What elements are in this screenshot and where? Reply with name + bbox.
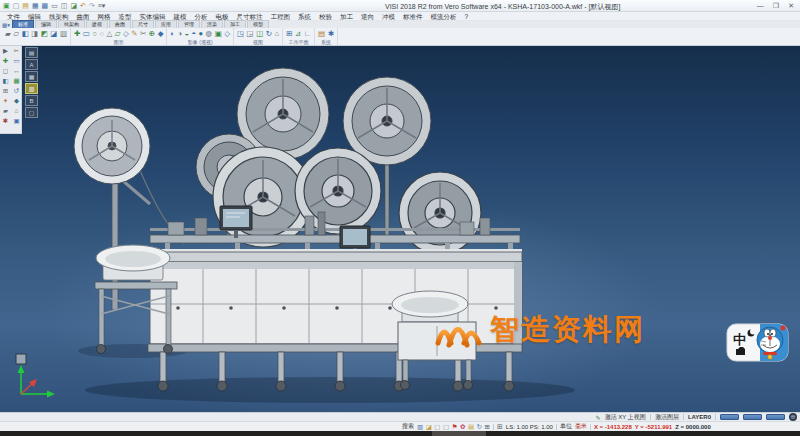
- favorites-icon[interactable]: ✿: [460, 422, 465, 431]
- break-icon[interactable]: ◆: [158, 28, 164, 39]
- trim-tool-icon[interactable]: ✂: [14, 46, 19, 56]
- side-button-1[interactable]: ▤: [25, 47, 38, 58]
- shade-tool-icon[interactable]: ◧: [2, 76, 8, 86]
- workplane-normal-icon[interactable]: ∟: [304, 28, 311, 39]
- menu-item[interactable]: ?: [461, 12, 473, 21]
- rectangle-tool-icon[interactable]: ▭: [13, 56, 19, 66]
- snap-icon[interactable]: ▢: [434, 422, 440, 431]
- profiles-icon[interactable]: ▢: [443, 422, 449, 431]
- layers-tool-icon[interactable]: ▣: [13, 116, 19, 126]
- macro-icon[interactable]: ◪: [426, 422, 432, 431]
- line-icon[interactable]: ▭: [83, 28, 90, 39]
- grid-snap-icon[interactable]: ⊞: [485, 422, 490, 431]
- save-all-icon[interactable]: ▩: [42, 1, 49, 10]
- menu-item[interactable]: 模流分析: [427, 12, 461, 21]
- view-front-icon[interactable]: ◲: [247, 28, 254, 39]
- transparency-icon[interactable]: ◩: [41, 28, 48, 39]
- sketch-line-icon[interactable]: ✚: [3, 56, 8, 66]
- point-tool-icon[interactable]: ✦: [3, 96, 8, 106]
- print-preview-icon[interactable]: ◫: [61, 1, 68, 10]
- trim-icon[interactable]: ✂: [140, 28, 146, 39]
- side-button-5[interactable]: B: [25, 95, 38, 106]
- texture-icon[interactable]: ◪: [50, 28, 57, 39]
- view-rotate-icon[interactable]: ↻: [266, 28, 272, 39]
- menu-item[interactable]: 逆向: [357, 12, 378, 21]
- arc-icon[interactable]: ◌: [99, 28, 103, 39]
- perspective-icon[interactable]: ◓: [192, 28, 197, 39]
- line-style-icon[interactable]: ▰: [5, 28, 11, 39]
- history-icon[interactable]: ↻: [477, 422, 482, 431]
- view-iso-icon[interactable]: ⌂: [275, 28, 280, 39]
- rectangle-icon[interactable]: ▱: [115, 28, 121, 39]
- home-view-icon[interactable]: ⌂: [15, 106, 19, 116]
- workplane-angle-icon[interactable]: ⊿: [295, 28, 301, 39]
- save-icon[interactable]: ▦: [32, 1, 39, 10]
- side-button-6[interactable]: ▢: [25, 107, 38, 118]
- status-blue-button-2[interactable]: [743, 414, 762, 420]
- explode-tool-icon[interactable]: ✱: [3, 116, 8, 126]
- status-blue-button-3[interactable]: [766, 414, 785, 420]
- minimize-button[interactable]: —: [757, 1, 764, 10]
- texture-map-icon[interactable]: ▣: [215, 28, 222, 39]
- layer-name[interactable]: LAYER0: [688, 414, 711, 420]
- transparent-icon[interactable]: ◇: [224, 28, 230, 39]
- color-fill-icon[interactable]: ◧: [22, 28, 29, 39]
- undo-icon[interactable]: ↶: [80, 1, 86, 10]
- side-button-2[interactable]: A: [25, 59, 38, 70]
- shade-mode-icon[interactable]: ◐: [170, 28, 175, 39]
- grid-toggle-icon[interactable]: ⊞: [497, 423, 503, 431]
- plane-tool-icon[interactable]: ▰: [3, 106, 8, 116]
- material-icon[interactable]: ◍: [206, 28, 213, 39]
- move-tool-icon[interactable]: ↔: [13, 66, 20, 76]
- render-icon[interactable]: ●: [199, 28, 204, 39]
- hidden-line-icon[interactable]: ◒: [185, 28, 190, 39]
- wireframe-mode-icon[interactable]: ◑: [177, 28, 182, 39]
- menu-item[interactable]: 冲模: [378, 12, 399, 21]
- edit-icon[interactable]: ✎: [596, 414, 601, 421]
- view-top-icon[interactable]: ◳: [237, 28, 244, 39]
- search-label[interactable]: 搜索: [402, 422, 414, 431]
- redo-icon[interactable]: ↷: [89, 1, 95, 10]
- globe-icon[interactable]: ⊕: [789, 413, 797, 421]
- visi-logo-icon[interactable]: ▣: [3, 1, 10, 10]
- project-icon[interactable]: ⊕: [149, 28, 155, 39]
- system-settings-icon[interactable]: ▤: [318, 28, 325, 39]
- line-width-icon[interactable]: ▱: [13, 28, 19, 39]
- hatch-icon[interactable]: ◨: [31, 28, 38, 39]
- select-icon[interactable]: ▶: [3, 46, 8, 56]
- workplane-xy-icon[interactable]: ⊞: [286, 28, 292, 39]
- grid-tool-icon[interactable]: ⊞: [3, 86, 8, 96]
- menu-item[interactable]: 标准件: [399, 12, 427, 21]
- menu-item[interactable]: 工程图: [267, 12, 295, 21]
- view-side-icon[interactable]: ◫: [256, 28, 263, 39]
- command-log-icon[interactable]: ▥: [417, 422, 423, 431]
- rotate-tool-icon[interactable]: ↺: [14, 86, 19, 96]
- point-icon[interactable]: ✚: [74, 28, 80, 39]
- system-options-icon[interactable]: ✱: [328, 28, 334, 39]
- close-button[interactable]: ✕: [788, 1, 794, 10]
- box-tool-icon[interactable]: ◻: [3, 66, 8, 76]
- mesh-tool-icon[interactable]: ▦: [13, 76, 19, 86]
- print-icon[interactable]: ▭: [51, 1, 58, 10]
- offset-icon[interactable]: ◇: [123, 28, 129, 39]
- customize-dropdown-icon[interactable]: ≡▾: [98, 1, 106, 10]
- palette-icon[interactable]: ▤: [468, 422, 474, 431]
- menu-item[interactable]: 加工: [336, 12, 357, 21]
- layer-box-icon[interactable]: ▥: [60, 28, 67, 39]
- open-file-icon[interactable]: ▤: [22, 1, 29, 10]
- new-file-icon[interactable]: ▢: [13, 1, 20, 10]
- status-blue-button-1[interactable]: [720, 414, 739, 420]
- sketch-icon[interactable]: ✎: [131, 28, 137, 39]
- maximize-button[interactable]: ❐: [773, 1, 779, 10]
- diamond-tool-icon[interactable]: ◆: [14, 96, 19, 106]
- 3d-viewport[interactable]: ▤A▦▥B▢ 智造资料网: [0, 46, 800, 412]
- flag-icon[interactable]: ⚑: [452, 422, 458, 431]
- side-button-4[interactable]: ▥: [25, 83, 38, 94]
- polygon-icon[interactable]: △: [106, 28, 112, 39]
- side-button-3[interactable]: ▦: [25, 71, 38, 82]
- tab-selector-icon[interactable]: ▦▾: [2, 22, 10, 28]
- plot-icon[interactable]: ◪: [70, 1, 77, 10]
- menu-item[interactable]: 校验: [315, 12, 336, 21]
- circle-icon[interactable]: ○: [92, 28, 97, 39]
- menu-item[interactable]: 系统: [294, 12, 315, 21]
